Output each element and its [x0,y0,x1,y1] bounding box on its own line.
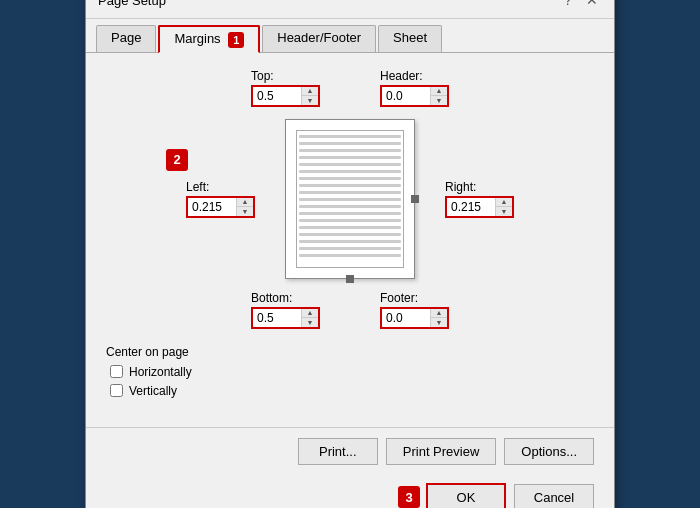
bottom-label: Bottom: [251,291,292,305]
header-input[interactable] [382,87,430,105]
bottom-spin-down[interactable]: ▼ [302,318,318,327]
action-row-1: Print... Print Preview Options... [86,427,614,477]
title-bar: Page Setup ? ✕ [86,0,614,19]
left-field: Left: ▲ ▼ [186,180,255,218]
center-on-page-title: Center on page [106,345,594,359]
page-preview-inner [296,130,404,268]
page-line [299,219,401,222]
top-label: Top: [251,69,274,83]
tab-sheet[interactable]: Sheet [378,25,442,52]
help-button[interactable]: ? [558,0,578,10]
left-spin-down[interactable]: ▼ [237,207,253,216]
tabs-container: Page Margins 1 Header/Footer Sheet [86,19,614,53]
page-line [299,233,401,236]
print-button[interactable]: Print... [298,438,378,465]
right-spin-down[interactable]: ▼ [496,207,512,216]
bottom-field: Bottom: ▲ ▼ [251,291,320,329]
header-spinner-btns: ▲ ▼ [430,87,447,105]
footer-spin-up[interactable]: ▲ [431,309,447,318]
page-line [299,226,401,229]
right-field: Right: ▲ ▼ [445,180,514,218]
page-handle-bottom [346,275,354,283]
footer-field: Footer: ▲ ▼ [380,291,449,329]
page-setup-dialog: Page Setup ? ✕ Page Margins 1 Header/Foo… [85,0,615,508]
vertically-checkbox[interactable] [110,384,123,397]
vertically-label: Vertically [129,384,177,398]
bottom-spinner: ▲ ▼ [251,307,320,329]
page-line [299,149,401,152]
right-spinner: ▲ ▼ [445,196,514,218]
page-line [299,184,401,187]
horizontally-row: Horizontally [110,365,594,379]
dialog-title: Page Setup [98,0,166,8]
page-lines [297,131,403,261]
tab-headerfooter[interactable]: Header/Footer [262,25,376,52]
footer-input[interactable] [382,309,430,327]
page-line [299,191,401,194]
left-input[interactable] [188,198,236,216]
print-preview-button[interactable]: Print Preview [386,438,497,465]
tab-page[interactable]: Page [96,25,156,52]
top-spinner: ▲ ▼ [251,85,320,107]
annotation-badge-3: 3 [398,486,420,508]
middle-row: Left: ▲ ▼ [106,119,594,279]
header-label: Header: [380,69,423,83]
right-spinner-btns: ▲ ▼ [495,198,512,216]
ok-button[interactable]: OK [426,483,506,508]
page-preview [285,119,415,279]
bottom-spin-up[interactable]: ▲ [302,309,318,318]
cancel-button[interactable]: Cancel [514,484,594,508]
footer-spin-down[interactable]: ▼ [431,318,447,327]
page-line [299,247,401,250]
page-line [299,142,401,145]
top-row: Top: ▲ ▼ Header: ▲ [106,69,594,107]
left-spinner: ▲ ▼ [186,196,255,218]
dialog-content: 2 Top: ▲ ▼ Header: [86,53,614,419]
page-line [299,212,401,215]
right-label: Right: [445,180,476,194]
bottom-row: Bottom: ▲ ▼ Footer: ▲ [106,291,594,329]
right-input[interactable] [447,198,495,216]
margins-layout: 2 Top: ▲ ▼ Header: [106,69,594,329]
right-spin-up[interactable]: ▲ [496,198,512,207]
page-line [299,135,401,138]
vertically-row: Vertically [110,384,594,398]
header-spinner: ▲ ▼ [380,85,449,107]
header-spin-up[interactable]: ▲ [431,87,447,96]
page-line [299,198,401,201]
action-row-2: 3 OK Cancel [86,477,614,508]
options-button[interactable]: Options... [504,438,594,465]
page-line [299,254,401,257]
page-line [299,156,401,159]
top-spinner-btns: ▲ ▼ [301,87,318,105]
footer-label: Footer: [380,291,418,305]
title-buttons: ? ✕ [558,0,602,10]
header-field: Header: ▲ ▼ [380,69,449,107]
header-spin-down[interactable]: ▼ [431,96,447,105]
page-line [299,240,401,243]
annotation-badge-1: 1 [228,32,244,48]
annotation-badge-2: 2 [166,149,188,171]
center-on-page-section: Center on page Horizontally Vertically [106,345,594,398]
left-spinner-btns: ▲ ▼ [236,198,253,216]
left-label: Left: [186,180,209,194]
top-spin-down[interactable]: ▼ [302,96,318,105]
page-line [299,170,401,173]
page-line [299,205,401,208]
close-button[interactable]: ✕ [582,0,602,10]
page-line [299,163,401,166]
top-input[interactable] [253,87,301,105]
tab-margins[interactable]: Margins 1 [158,25,260,53]
bottom-spinner-btns: ▲ ▼ [301,309,318,327]
bottom-input[interactable] [253,309,301,327]
left-spin-up[interactable]: ▲ [237,198,253,207]
top-field: Top: ▲ ▼ [251,69,320,107]
horizontally-checkbox[interactable] [110,365,123,378]
horizontally-label: Horizontally [129,365,192,379]
top-spin-up[interactable]: ▲ [302,87,318,96]
footer-spinner-btns: ▲ ▼ [430,309,447,327]
footer-spinner: ▲ ▼ [380,307,449,329]
page-line [299,177,401,180]
ok-area: 3 OK [398,483,506,508]
page-handle-right [411,195,419,203]
